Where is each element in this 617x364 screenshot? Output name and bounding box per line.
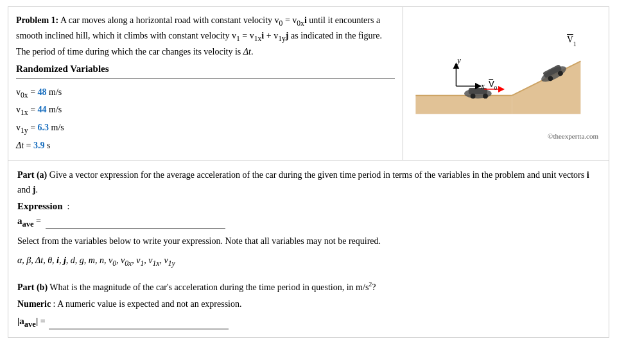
main-container: Problem 1: A car moves along a horizonta… [0,0,617,344]
var-v1y: v1y = 6.3 m/s [16,119,395,137]
svg-text:x: x [480,82,485,91]
a-ave-equation-row: aave = [17,216,600,229]
part-b-section: Part (b) What is the magnitude of the ca… [17,279,600,329]
part-a-label: Part (a) [17,170,47,180]
var-dt-value: 3.9 [33,141,45,150]
problem-intro: Problem 1: A car moves along a horizonta… [16,13,395,58]
svg-text:y: y [456,56,461,65]
abs-eq: = [40,316,46,326]
part-b-answer-line[interactable] [49,318,229,329]
svg-marker-3 [512,61,581,114]
problem-label: Problem 1: [16,15,58,25]
part-b-label: Part (b) [17,282,48,292]
numeric-label: Numeric [17,299,51,309]
copyright-text: ©theexpertta.com [408,132,604,140]
bottom-section: Part (a) Give a vector expression for th… [8,160,609,337]
expression-colon: : [63,202,70,211]
var-v0x-value: 48 [38,87,47,97]
a-ave-magnitude-row: |aave| = [17,316,600,329]
diagram-section: V̅0 y x V1 ©theexpertta.com [403,7,609,160]
diagram-container: V̅0 y x V1 [410,27,602,130]
part-b-numeric-row: Numeric : A numeric value is expected an… [17,297,600,311]
part-a-description: Give a vector expression for the average… [17,170,589,194]
expression-row: Expression : [17,201,600,212]
physics-diagram: V̅0 y x V1 [410,27,602,130]
var-v1y-value: 6.3 [38,123,49,132]
variables-list: α, β, Δt, θ, i, j, d, g, m, n, v0, v0x, … [17,252,600,270]
abs-a-ave-label: |aave| [17,316,38,326]
svg-text:V1: V1 [567,35,577,48]
variables-note: Select from the variables below to write… [17,234,600,248]
part-a-text: Part (a) Give a vector expression for th… [17,168,600,197]
var-v0x: v0x = 48 m/s [16,84,395,102]
part-b-text: Part (b) What is the magnitude of the ca… [17,279,600,295]
var-v1x-value: 44 [38,105,47,114]
section-divider [16,78,395,79]
svg-point-6 [471,94,476,99]
part-a-section: Part (a) Give a vector expression for th… [17,168,600,270]
var-dt: Δt = 3.9 s [16,137,395,153]
part-a-answer-line[interactable] [46,218,225,229]
numeric-note: : A numeric value is expected and not an… [51,299,241,309]
randomized-variables-title: Randomized Variables [16,64,395,74]
svg-point-7 [483,94,488,99]
problem-text-area: Problem 1: A car moves along a horizonta… [8,7,403,160]
a-ave-label: aave [17,216,34,226]
top-section: Problem 1: A car moves along a horizonta… [8,6,609,160]
part-b-description: What is the magnitude of the car's accel… [48,282,376,292]
problem-intro-text: A car moves along a horizontal road with… [16,15,382,56]
expression-label: Expression [17,201,63,211]
a-ave-eq: = [36,216,41,226]
svg-marker-2 [415,96,512,114]
var-v1x: v1x = 44 m/s [16,101,395,119]
